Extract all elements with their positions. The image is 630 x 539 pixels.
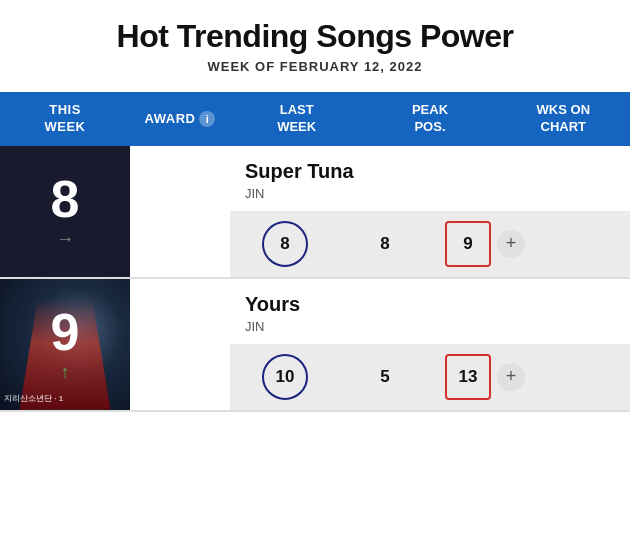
title-row-1: Super Tuna JIN: [230, 146, 630, 211]
col-header-peak-pos: PEAKPOS.: [363, 102, 496, 136]
col-header-award: AWARD i: [130, 111, 230, 127]
plus-button-2[interactable]: +: [497, 363, 525, 391]
column-headers: THISWEEK AWARD i LASTWEEK PEAKPOS. WKS O…: [0, 92, 630, 146]
song-title-1: Super Tuna: [245, 160, 615, 183]
col-header-wks-on: WKS ONCHART: [497, 102, 630, 136]
rank-movement-2: ↑: [61, 362, 70, 383]
stat-last-week-1: 8: [230, 221, 340, 267]
week-label: WEEK OF FEBRUARY 12, 2022: [10, 59, 620, 74]
stat-peak-2: 5: [340, 367, 430, 387]
title-row-2: Yours JIN: [230, 279, 630, 344]
stats-row-1: 8 8 9 +: [230, 211, 630, 277]
peak-value-2: 5: [380, 367, 389, 387]
song-artist-2: JIN: [245, 319, 615, 334]
chart-list: 8 → Super Tuna JIN 8 8: [0, 146, 630, 412]
rank-number-1: 8: [51, 173, 80, 225]
rank-number-2: 9: [51, 306, 80, 358]
rank-movement-1: →: [56, 229, 74, 250]
stats-row-2: 10 5 13 +: [230, 344, 630, 410]
award-cell-1: [130, 146, 230, 277]
chart-row-2: 지리산소년단 · 1 9 ↑ Yours JIN 10: [0, 279, 630, 412]
stat-wks-2: 13 +: [430, 354, 540, 400]
chart-row: 8 → Super Tuna JIN 8 8: [0, 146, 630, 279]
entry-right-1: Super Tuna JIN 8 8 9 +: [230, 146, 630, 277]
stat-last-week-2: 10: [230, 354, 340, 400]
rank-section-2: 지리산소년단 · 1 9 ↑: [0, 279, 130, 410]
rank-overlay-1: 8 →: [0, 146, 130, 277]
peak-value-1: 8: [380, 234, 389, 254]
last-week-value-2: 10: [262, 354, 308, 400]
col-header-last-week: LASTWEEK: [230, 102, 363, 136]
page-container: Hot Trending Songs Power WEEK OF FEBRUAR…: [0, 0, 630, 412]
song-title-2: Yours: [245, 293, 615, 316]
album-text: 지리산소년단 · 1: [4, 393, 63, 404]
rank-overlay-2: 9 ↑: [0, 279, 130, 410]
song-artist-1: JIN: [245, 186, 615, 201]
page-title: Hot Trending Songs Power: [10, 18, 620, 55]
award-label: AWARD: [145, 111, 196, 126]
stat-peak-1: 8: [340, 234, 430, 254]
plus-button-1[interactable]: +: [497, 230, 525, 258]
wks-value-1: 9: [445, 221, 491, 267]
info-icon[interactable]: i: [199, 111, 215, 127]
award-cell-2: [130, 279, 230, 410]
entry-right-2: Yours JIN 10 5 13 +: [230, 279, 630, 410]
rank-section-1: 8 →: [0, 146, 130, 277]
last-week-value-1: 8: [262, 221, 308, 267]
col-header-this-week: THISWEEK: [0, 102, 130, 136]
header: Hot Trending Songs Power WEEK OF FEBRUAR…: [0, 0, 630, 84]
wks-value-2: 13: [445, 354, 491, 400]
stat-wks-1: 9 +: [430, 221, 540, 267]
